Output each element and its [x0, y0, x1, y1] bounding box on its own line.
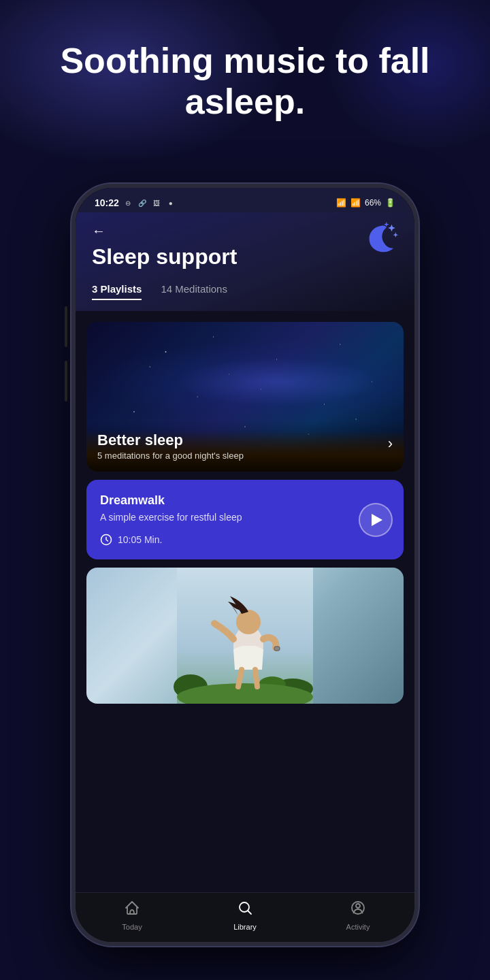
- nav-label-library: Library: [233, 923, 257, 931]
- back-arrow-icon: ←: [92, 223, 105, 239]
- card-person[interactable]: [86, 568, 404, 704]
- battery-label: 66%: [365, 198, 381, 208]
- volume-button-1: [65, 306, 67, 347]
- card-image-overlay: Better sleep 5 meditations for a good ni…: [86, 421, 404, 472]
- card-better-sleep[interactable]: Better sleep 5 meditations for a good ni…: [86, 322, 404, 472]
- link-icon: 🔗: [137, 197, 148, 208]
- status-left: 10:22 ⊖ 🔗 🖼 ●: [95, 197, 176, 208]
- person-silhouette-icon: [86, 568, 404, 704]
- card-dreamwalk-time: 10:05 Min.: [100, 534, 390, 546]
- wifi-icon: 📶: [336, 198, 346, 208]
- person-background: [86, 568, 404, 704]
- card-chevron-icon: ›: [388, 435, 393, 453]
- phone-screen: 10:22 ⊖ 🔗 🖼 ● 📶 📶 66% 🔋: [76, 188, 414, 942]
- person-circle-icon: [350, 900, 366, 920]
- hero-title: Soothing music to fall asleep.: [27, 41, 463, 122]
- status-right: 📶 📶 66% 🔋: [336, 198, 395, 208]
- play-triangle-icon: [372, 514, 382, 526]
- bottom-nav: Today Library: [76, 892, 414, 942]
- nav-label-today: Today: [122, 923, 142, 931]
- back-button[interactable]: ←: [92, 223, 398, 239]
- home-icon: [124, 900, 140, 920]
- nav-item-library[interactable]: Library: [189, 900, 301, 931]
- svg-point-7: [236, 610, 261, 634]
- svg-point-11: [356, 904, 360, 908]
- do-not-disturb-icon: ⊖: [122, 197, 133, 208]
- battery-icon: 🔋: [385, 198, 395, 208]
- image-icon: 🖼: [151, 197, 162, 208]
- dot-icon: ●: [165, 197, 176, 208]
- card-dreamwalk-title: Dreamwalk: [100, 493, 390, 508]
- card-dreamwalk[interactable]: Dreamwalk A simple exercise for restful …: [86, 480, 404, 559]
- tab-playlists[interactable]: 3 Playlists: [92, 280, 142, 297]
- phone-mockup: 10:22 ⊖ 🔗 🖼 ● 📶 📶 66% 🔋: [71, 184, 419, 946]
- play-button[interactable]: [359, 503, 393, 537]
- app-content: Better sleep 5 meditations for a good ni…: [76, 311, 414, 892]
- moon-icon-container: [361, 218, 401, 260]
- status-time: 10:22: [95, 197, 119, 208]
- card-dreamwalk-duration: 10:05 Min.: [118, 534, 162, 545]
- page-title: Sleep support: [92, 244, 398, 270]
- volume-button-2: [65, 361, 67, 402]
- nav-item-today[interactable]: Today: [76, 900, 189, 931]
- card-better-sleep-subtitle: 5 meditations for a good night's sleep: [97, 451, 393, 461]
- nav-item-activity[interactable]: Activity: [301, 900, 414, 931]
- nav-label-activity: Activity: [346, 923, 370, 931]
- clock-icon: [100, 534, 112, 546]
- search-icon: [237, 900, 253, 920]
- bottom-spacer: [76, 704, 414, 717]
- svg-rect-8: [274, 647, 280, 651]
- moon-sparkle-icon: [361, 218, 401, 257]
- hero-section: Soothing music to fall asleep.: [0, 0, 490, 150]
- tab-meditations[interactable]: 14 Meditations: [161, 280, 227, 297]
- signal-icon: 📶: [350, 198, 361, 208]
- card-better-sleep-title: Better sleep: [97, 431, 393, 449]
- card-dreamwalk-desc: A simple exercise for restful sleep: [100, 512, 390, 523]
- status-bar: 10:22 ⊖ 🔗 🖼 ● 📶 📶 66% 🔋: [76, 188, 414, 212]
- tabs-container: 3 Playlists 14 Meditations: [92, 280, 398, 297]
- app-header: ← Sleep support 3 Playlists 14 Meditatio…: [76, 212, 414, 311]
- phone-frame: 10:22 ⊖ 🔗 🖼 ● 📶 📶 66% 🔋: [71, 184, 419, 946]
